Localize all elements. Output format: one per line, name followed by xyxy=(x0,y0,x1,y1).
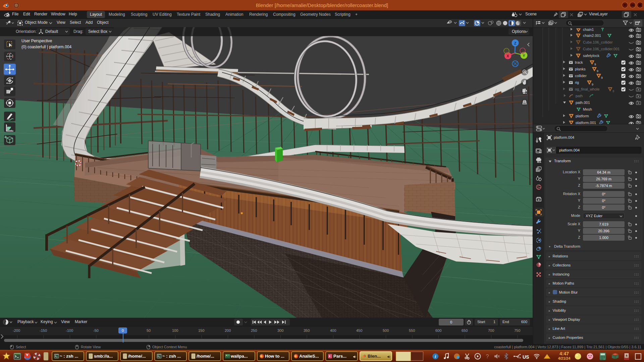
svg-text:Y: Y xyxy=(523,54,525,58)
svg-text:Z: Z xyxy=(514,41,517,45)
svg-text:a: a xyxy=(626,354,628,357)
svg-text:i: i xyxy=(435,354,436,359)
svg-text:?: ? xyxy=(486,354,489,359)
svg-text:X: X xyxy=(506,54,509,58)
